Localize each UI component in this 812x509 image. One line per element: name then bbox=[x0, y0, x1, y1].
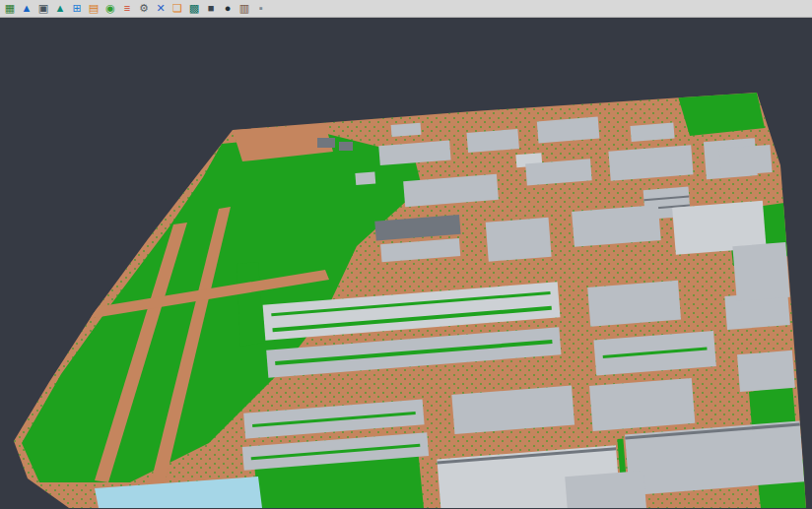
black-square-icon[interactable]: ■ bbox=[203, 1, 219, 16]
teal-mountain-icon-glyph: ▲ bbox=[55, 3, 66, 14]
small-dot-icon[interactable]: ▪ bbox=[253, 1, 269, 16]
image-icon[interactable]: ▥ bbox=[237, 1, 252, 16]
black-square-icon-glyph: ■ bbox=[208, 3, 215, 14]
dark-square-icon-glyph: ▣ bbox=[38, 3, 48, 14]
orange-frame-icon[interactable]: ❏ bbox=[169, 1, 185, 16]
gear-icon-glyph: ⚙ bbox=[139, 3, 149, 14]
blue-grid-icon[interactable]: ⊞ bbox=[69, 1, 85, 16]
blue-triangle-icon-glyph: ▲ bbox=[22, 3, 33, 14]
green-circle-icon[interactable]: ◉ bbox=[102, 1, 118, 16]
blue-cross-icon-glyph: ✕ bbox=[156, 3, 165, 14]
red-lines-icon-glyph: ≡ bbox=[124, 3, 130, 14]
point-cloud-scene bbox=[0, 18, 812, 509]
red-lines-icon[interactable]: ≡ bbox=[119, 1, 135, 16]
teal-checker-icon-glyph: ▩ bbox=[189, 3, 199, 14]
gear-icon[interactable]: ⚙ bbox=[136, 1, 152, 16]
orange-rows-icon-glyph: ▤ bbox=[89, 3, 99, 14]
viewport-3d[interactable] bbox=[0, 18, 812, 509]
toolbar: ▦▲▣▲⊞▤◉≡⚙✕❏▩■●▥▪ bbox=[0, 0, 812, 18]
green-grid-icon-glyph: ▦ bbox=[5, 3, 15, 14]
teal-mountain-icon[interactable]: ▲ bbox=[52, 1, 68, 16]
green-grid-icon[interactable]: ▦ bbox=[2, 1, 18, 16]
blue-cross-icon[interactable]: ✕ bbox=[153, 1, 169, 16]
green-circle-icon-glyph: ◉ bbox=[105, 3, 115, 14]
globe-icon[interactable]: ● bbox=[220, 1, 236, 16]
orange-rows-icon[interactable]: ▤ bbox=[86, 1, 102, 16]
orange-frame-icon-glyph: ❏ bbox=[172, 3, 182, 14]
small-dot-icon-glyph: ▪ bbox=[259, 3, 263, 14]
application-window: ▦▲▣▲⊞▤◉≡⚙✕❏▩■●▥▪ bbox=[0, 0, 812, 509]
teal-checker-icon[interactable]: ▩ bbox=[186, 1, 202, 16]
blue-grid-icon-glyph: ⊞ bbox=[72, 3, 81, 14]
blue-triangle-icon[interactable]: ▲ bbox=[19, 1, 34, 16]
globe-icon-glyph: ● bbox=[225, 3, 232, 14]
dark-square-icon[interactable]: ▣ bbox=[35, 1, 51, 16]
image-icon-glyph: ▥ bbox=[239, 3, 249, 14]
